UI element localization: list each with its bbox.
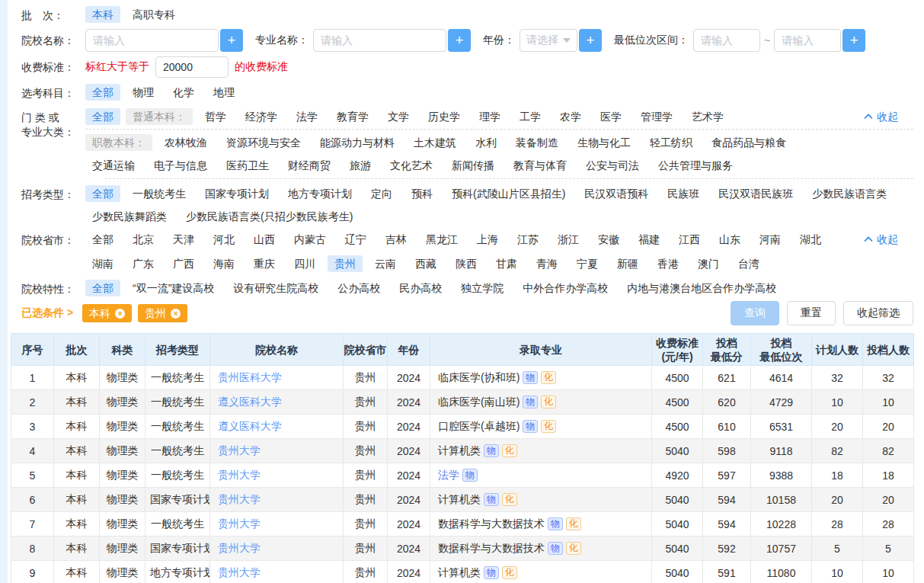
filter-option-少数民族舞蹈类[interactable]: 少数民族舞蹈类 [85,208,174,225]
filter-option-资源环境与安全[interactable]: 资源环境与安全 [219,134,308,151]
add-major-button[interactable]: + [448,29,471,52]
filter-option-重庆[interactable]: 重庆 [247,255,282,272]
school-name-input[interactable] [85,29,219,52]
filter-option-生物与化工[interactable]: 生物与化工 [571,134,638,151]
reset-button[interactable]: 重置 [787,301,836,325]
min-rank-from-input[interactable] [693,29,760,52]
filter-option-医药卫生[interactable]: 医药卫生 [219,157,276,174]
filter-option-黑龙江[interactable]: 黑龙江 [419,231,465,248]
filter-option-陕西[interactable]: 陕西 [449,255,484,272]
filter-option-安徽[interactable]: 安徽 [591,231,626,248]
filter-option-化学[interactable]: 化学 [166,84,201,101]
filter-option-公办高校[interactable]: 公办高校 [331,280,387,296]
filter-option-民汉双语民族班[interactable]: 民汉双语民族班 [711,185,800,202]
filter-option-江西[interactable]: 江西 [672,231,707,248]
school-link[interactable]: 贵州大学 [218,566,261,578]
filter-option-新疆[interactable]: 新疆 [610,255,645,272]
filter-option-台湾[interactable]: 台湾 [731,255,766,272]
major-name-input[interactable] [313,29,446,52]
filter-option-地方专项计划[interactable]: 地方专项计划 [281,185,359,202]
filter-option-轻工纺织[interactable]: 轻工纺织 [643,134,699,151]
filter-option-历史学[interactable]: 历史学 [421,108,467,125]
filter-option-山西[interactable]: 山西 [247,231,282,248]
filter-option-电子与信息[interactable]: 电子与信息 [147,157,214,174]
filter-option-福建[interactable]: 福建 [631,231,667,248]
filter-option-定向[interactable]: 定向 [364,185,399,202]
add-rank-button[interactable]: + [842,29,865,52]
filter-option-交通运输[interactable]: 交通运输 [85,157,142,174]
filter-option-独立学院[interactable]: 独立学院 [454,280,510,296]
fee-threshold-input[interactable] [155,56,229,78]
filter-option-全部[interactable]: 全部 [85,185,120,202]
filter-option-西藏[interactable]: 西藏 [408,255,443,272]
filter-option-装备制造[interactable]: 装备制造 [509,134,565,151]
filter-option-本科[interactable]: 本科 [85,6,120,23]
filter-option-天津[interactable]: 天津 [166,231,201,248]
filter-option-中外合作办学高校[interactable]: 中外合作办学高校 [516,280,615,296]
filter-option-一般统考生[interactable]: 一般统考生 [126,185,193,202]
filter-option-食品药品与粮食[interactable]: 食品药品与粮食 [705,134,793,151]
filter-option-辽宁[interactable]: 辽宁 [338,231,373,248]
filter-option-地理[interactable]: 地理 [206,84,241,101]
min-rank-to-input[interactable] [774,29,841,52]
filter-option-教育与体育[interactable]: 教育与体育 [507,157,574,174]
filter-option-北京[interactable]: 北京 [126,231,161,248]
filter-option-内地与港澳台地区合作办学高校[interactable]: 内地与港澳台地区合作办学高校 [620,280,783,296]
filter-option-文学[interactable]: 文学 [381,108,416,125]
filter-option-少数民族语言类(只招少数民族考生)[interactable]: 少数民族语言类(只招少数民族考生) [179,208,360,225]
filter-option-高职专科[interactable]: 高职专科 [126,6,182,23]
filter-option-云南[interactable]: 云南 [368,255,403,272]
filter-option-能源动力与材料[interactable]: 能源动力与材料 [313,134,401,151]
filter-option-公共管理与服务[interactable]: 公共管理与服务 [651,157,740,174]
filter-option-宁夏[interactable]: 宁夏 [570,255,605,272]
major-link[interactable]: 法学 [438,469,459,481]
filter-option-“双一流”建设高校[interactable]: “双一流”建设高校 [126,280,221,296]
filter-option-山东[interactable]: 山东 [712,231,747,248]
school-link[interactable]: 遵义医科大学 [218,420,282,432]
filter-option-澳门[interactable]: 澳门 [691,255,726,272]
filter-option-设有研究生院高校[interactable]: 设有研究生院高校 [226,280,325,296]
remove-condition-icon[interactable]: × [171,309,181,319]
filter-option-湖南[interactable]: 湖南 [85,255,120,272]
filter-option-土木建筑[interactable]: 土木建筑 [407,134,463,151]
filter-option-广西[interactable]: 广西 [166,255,201,272]
filter-option-农林牧渔[interactable]: 农林牧渔 [158,134,214,151]
filter-option-贵州[interactable]: 贵州 [328,255,363,272]
add-year-button[interactable]: + [579,29,602,52]
school-link[interactable]: 贵州大学 [218,493,261,505]
remove-condition-icon[interactable]: × [115,309,125,319]
school-link[interactable]: 贵州医科大学 [218,371,282,383]
school-link[interactable]: 贵州大学 [218,444,261,456]
filter-option-民族班[interactable]: 民族班 [660,185,706,202]
filter-option-吉林[interactable]: 吉林 [379,231,414,248]
filter-option-法学[interactable]: 法学 [289,108,325,125]
query-button[interactable]: 查询 [731,301,779,325]
school-link[interactable]: 遵义医科大学 [218,396,282,408]
province-collapse-button[interactable]: 收起 [864,233,898,245]
collapse-filter-button[interactable]: 收起筛选 [843,301,913,325]
filter-option-海南[interactable]: 海南 [206,255,241,272]
filter-option-全部[interactable]: 全部 [85,108,120,125]
filter-option-上海[interactable]: 上海 [470,231,505,248]
filter-option-文化艺术[interactable]: 文化艺术 [383,157,440,174]
filter-option-预科[interactable]: 预科 [404,185,440,202]
filter-option-工学[interactable]: 工学 [513,108,548,125]
filter-option-香港[interactable]: 香港 [651,255,686,272]
filter-option-民办高校[interactable]: 民办高校 [392,280,449,296]
filter-option-理学[interactable]: 理学 [472,108,507,125]
filter-option-湖北[interactable]: 湖北 [793,231,828,248]
filter-option-医学[interactable]: 医学 [593,108,628,125]
filter-option-民汉双语预科[interactable]: 民汉双语预科 [577,185,655,202]
school-link[interactable]: 贵州大学 [218,517,261,530]
filter-option-哲学[interactable]: 哲学 [198,108,233,125]
filter-option-管理学[interactable]: 管理学 [634,108,679,125]
filter-option-河北[interactable]: 河北 [206,231,241,248]
filter-option-全部[interactable]: 全部 [85,231,120,248]
school-link[interactable]: 贵州大学 [218,542,261,554]
add-school-button[interactable]: + [220,29,243,52]
filter-option-全部[interactable]: 全部 [85,84,120,101]
filter-option-青海[interactable]: 青海 [529,255,564,272]
filter-option-经济学[interactable]: 经济学 [238,108,284,125]
filter-option-少数民族语言类[interactable]: 少数民族语言类 [805,185,894,202]
year-select[interactable]: 请选择 [520,29,577,52]
